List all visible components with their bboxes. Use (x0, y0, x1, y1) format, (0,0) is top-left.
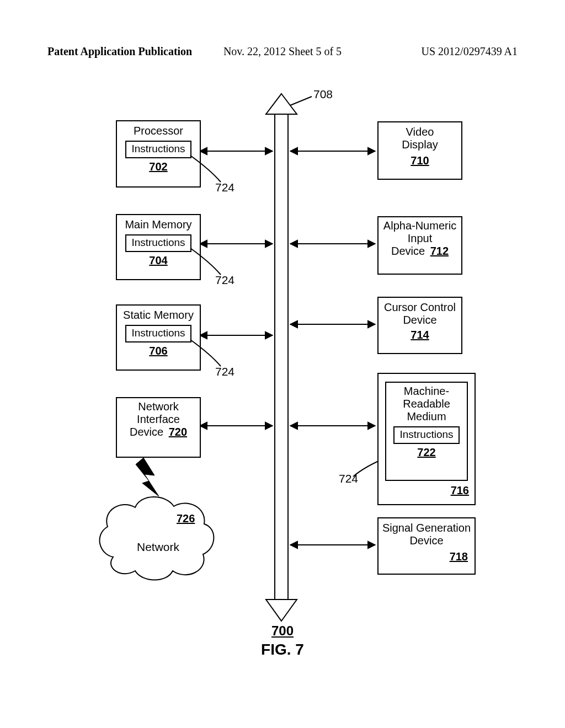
signal-generation-box: Signal Generation Device 718 (377, 517, 476, 575)
figure-label: FIG. 7 (261, 641, 304, 659)
siggen-ref: 718 (379, 550, 475, 563)
video-line1: Video (379, 122, 461, 138)
machine-readable-medium-box: Machine- Readable Medium Instructions 72… (385, 382, 468, 481)
medium-line3: Medium (386, 410, 467, 423)
alpha-ref: 712 (430, 245, 449, 257)
alpha-line2: Input (379, 232, 461, 245)
drive-ref: 716 (379, 484, 475, 497)
medium-line1: Machine- (386, 383, 467, 398)
video-display-box: Video Display 710 (377, 121, 462, 180)
figure-ref: 700 (271, 623, 294, 639)
siggen-line1: Signal Generation (379, 518, 475, 534)
medium-instructions: Instructions (393, 426, 460, 444)
network-cloud (0, 0, 565, 728)
video-line2: Display (379, 138, 461, 151)
alpha-line3: Device (391, 245, 425, 257)
cursor-line2: Device (379, 314, 461, 326)
cursor-line1: Cursor Control (379, 298, 461, 314)
alpha-line1: Alpha-Numeric (379, 217, 461, 232)
network-title: Network (137, 540, 179, 554)
page: Patent Application Publication Nov. 22, … (0, 0, 565, 728)
cursor-ref: 714 (379, 329, 461, 341)
siggen-line2: Device (379, 534, 475, 547)
cursor-control-box: Cursor Control Device 714 (377, 297, 462, 354)
medium-ref: 722 (386, 446, 467, 459)
video-ref: 710 (379, 154, 461, 167)
alpha-input-box: Alpha-Numeric Input Device 712 (377, 216, 462, 275)
network-ref: 726 (177, 512, 195, 525)
medium-line2: Readable (386, 398, 467, 410)
drive-unit-box: Machine- Readable Medium Instructions 72… (377, 373, 476, 505)
